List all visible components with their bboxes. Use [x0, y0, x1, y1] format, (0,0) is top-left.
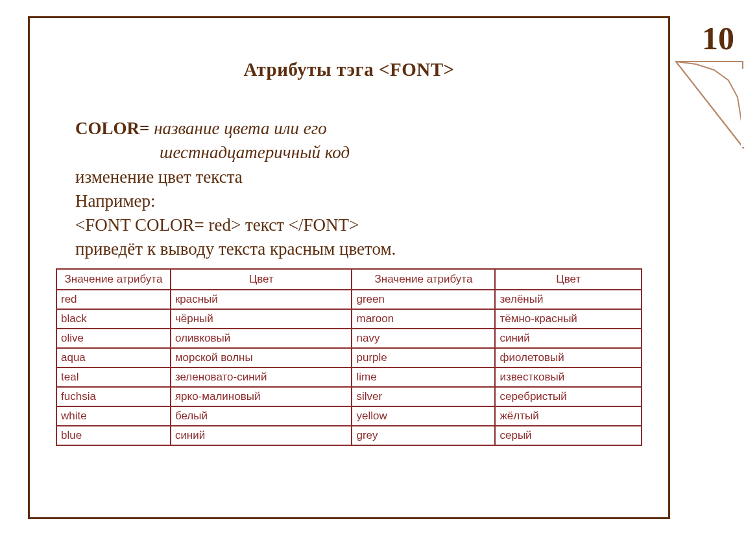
table-cell: морской волны: [171, 348, 352, 368]
table-row: tealзеленовато-синийlimeизвестковый: [56, 368, 642, 387]
table-cell: black: [56, 309, 171, 329]
slide-frame: Атрибуты тэга <FONT> COLOR= название цве…: [28, 16, 670, 519]
table-cell: fuchsia: [56, 387, 171, 406]
table-header-cell: Цвет: [171, 269, 352, 290]
example-label: Например:: [75, 189, 642, 213]
table-cell: синий: [171, 426, 352, 445]
table-cell: silver: [352, 387, 495, 406]
table-row: redкрасныйgreenзелёный: [56, 290, 642, 309]
table-row: fuchsiaярко-малиновыйsilverсеребристый: [56, 387, 642, 406]
table-cell: чёрный: [171, 309, 352, 329]
table-row: blackчёрныйmaroonтёмно-красный: [56, 309, 642, 329]
table-cell: green: [352, 290, 495, 309]
attribute-line: COLOR= название цвета или его: [75, 117, 642, 141]
example-code: <FONT COLOR= red> текст </FONT>: [75, 213, 642, 237]
attribute-desc-1: название цвета или его: [149, 119, 326, 138]
table-cell: red: [56, 290, 171, 309]
table-row: aquaморской волныpurpleфиолетовый: [56, 348, 642, 368]
table-header-cell: Значение атрибута: [352, 269, 495, 290]
table-cell: teal: [56, 368, 171, 387]
table-cell: ярко-малиновый: [171, 387, 352, 406]
table-cell: navy: [352, 329, 495, 348]
table-cell: olive: [56, 329, 171, 348]
table-cell: yellow: [352, 406, 495, 426]
table-row: blueсинийgreyсерый: [56, 426, 642, 445]
page-curl-icon: [673, 60, 741, 144]
table-cell: aqua: [56, 348, 171, 368]
table-cell: blue: [56, 426, 171, 445]
slide-canvas: 10 Атрибуты тэга <FONT> COLOR= название …: [0, 0, 746, 560]
table-cell: зеленовато-синий: [171, 368, 352, 387]
table-row: whiteбелыйyellowжёлтый: [56, 406, 642, 426]
table-cell: синий: [495, 329, 642, 348]
table-header-cell: Значение атрибута: [56, 269, 171, 290]
table-cell: белый: [171, 406, 352, 426]
example-result: приведёт к выводу текста красным цветом.: [75, 237, 642, 261]
table-cell: серый: [495, 426, 642, 445]
table-cell: purple: [352, 348, 495, 368]
table-cell: серебристый: [495, 387, 642, 406]
table-cell: white: [56, 406, 171, 426]
slide-title: Атрибуты тэга <FONT>: [56, 59, 642, 80]
attribute-desc-2: шестнадцатеричный код: [160, 141, 642, 165]
table-header-row: Значение атрибута Цвет Значение атрибута…: [56, 269, 642, 290]
table-cell: фиолетовый: [495, 348, 642, 368]
body-text: COLOR= название цвета или его шестнадцат…: [75, 117, 642, 262]
table-cell: зелёный: [495, 290, 642, 309]
table-cell: красный: [171, 290, 352, 309]
attribute-meaning: изменение цвет текста: [75, 165, 642, 189]
table-row: oliveоливковыйnavyсиний: [56, 329, 642, 348]
table-header-cell: Цвет: [495, 269, 642, 290]
table-cell: тёмно-красный: [495, 309, 642, 329]
table-cell: жёлтый: [495, 406, 642, 426]
page-number: 10: [702, 19, 734, 57]
table-cell: оливковый: [171, 329, 352, 348]
table-cell: известковый: [495, 368, 642, 387]
attribute-name: COLOR=: [75, 119, 149, 138]
table-head: Значение атрибута Цвет Значение атрибута…: [56, 269, 642, 290]
table-cell: grey: [352, 426, 495, 445]
table-cell: lime: [352, 368, 495, 387]
color-table: Значение атрибута Цвет Значение атрибута…: [56, 268, 642, 446]
table-cell: maroon: [352, 309, 495, 329]
